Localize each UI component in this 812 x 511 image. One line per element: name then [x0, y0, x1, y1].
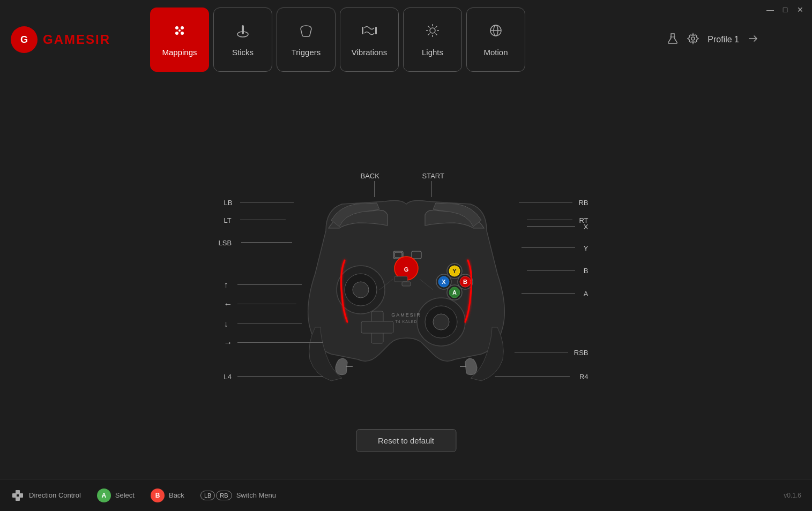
statusbar: Direction Control A Select B Back LB RB …	[0, 479, 812, 511]
lsb-label: LSB	[219, 239, 232, 247]
lb-status-badge: LB	[200, 491, 215, 500]
header-right: Profile 1	[667, 33, 801, 47]
tab-motion[interactable]: Motion	[466, 7, 525, 72]
svg-rect-60	[12, 493, 17, 498]
svg-rect-35	[412, 251, 421, 259]
svg-rect-61	[19, 493, 23, 498]
select-label: Select	[115, 491, 135, 499]
start-label: START	[422, 172, 444, 180]
main-content: G Y X B A	[0, 79, 812, 479]
tab-vibrations-label: Vibrations	[352, 48, 387, 57]
direction-control-label: Direction Control	[29, 491, 81, 499]
controller-diagram: G Y X B A	[256, 167, 556, 392]
svg-rect-56	[394, 276, 407, 282]
logo-icon: G	[11, 26, 38, 53]
back-status-label: Back	[169, 491, 184, 499]
svg-rect-32	[361, 321, 393, 333]
tab-mappings-label: Mappings	[162, 48, 197, 57]
version-label: v0.1.6	[784, 492, 801, 499]
status-select: A Select	[97, 489, 135, 502]
svg-text:B: B	[463, 279, 467, 285]
rb-status-badge: RB	[216, 491, 232, 500]
dpad-up-label: ↑	[224, 280, 228, 290]
tab-mappings[interactable]: Mappings	[150, 7, 209, 72]
maximize-button[interactable]: □	[780, 4, 791, 15]
rsb-label: RSB	[574, 349, 588, 357]
rb-label: RB	[578, 199, 588, 207]
lights-icon	[424, 22, 441, 42]
tab-lights[interactable]: Lights	[403, 7, 462, 72]
tab-lights-label: Lights	[422, 48, 443, 57]
svg-line-18	[436, 26, 437, 28]
lab-icon[interactable]	[667, 33, 679, 47]
svg-text:G: G	[20, 34, 28, 45]
svg-point-30	[433, 314, 449, 330]
svg-text:T4 KALED: T4 KALED	[395, 320, 417, 324]
svg-line-16	[428, 26, 430, 28]
sticks-icon	[235, 22, 251, 42]
settings-icon[interactable]	[687, 33, 699, 47]
svg-rect-10	[375, 27, 377, 34]
triggers-icon	[298, 22, 314, 42]
status-direction-control: Direction Control	[11, 489, 81, 502]
x-label: X	[584, 223, 588, 231]
svg-text:G: G	[404, 266, 408, 273]
svg-line-19	[428, 34, 430, 35]
motion-icon	[488, 22, 504, 42]
svg-point-11	[430, 28, 435, 33]
minimize-button[interactable]: —	[765, 4, 776, 15]
tab-motion-label: Motion	[483, 48, 508, 57]
profile-name: Profile 1	[707, 35, 739, 44]
tab-triggers[interactable]: Triggers	[277, 7, 336, 72]
svg-text:GAMESIR: GAMESIR	[391, 312, 421, 318]
svg-point-24	[691, 37, 695, 40]
svg-rect-57	[402, 282, 411, 286]
r4-label: R4	[579, 373, 588, 381]
svg-rect-9	[362, 27, 363, 34]
back-label: BACK	[361, 172, 379, 180]
close-button[interactable]: ✕	[795, 4, 806, 15]
dpad-left-label: ←	[224, 299, 233, 309]
svg-rect-8	[242, 25, 244, 34]
svg-point-5	[181, 32, 184, 35]
l4-label: L4	[224, 373, 232, 381]
tab-sticks-label: Sticks	[232, 48, 254, 57]
logo: G GAMESIR	[11, 26, 118, 53]
tab-vibrations[interactable]: Vibrations	[340, 7, 399, 72]
svg-text:Y: Y	[452, 268, 457, 274]
tab-sticks[interactable]: Sticks	[213, 7, 272, 72]
profile-switch-icon[interactable]	[748, 33, 758, 47]
svg-point-6	[178, 29, 181, 32]
a-badge: A	[97, 489, 111, 502]
vibrations-icon	[361, 22, 377, 42]
svg-line-17	[436, 34, 437, 35]
a-label: A	[584, 290, 588, 298]
lb-label: LB	[224, 199, 233, 207]
svg-text:A: A	[452, 289, 457, 296]
svg-point-4	[175, 32, 178, 35]
b-label: B	[584, 267, 588, 275]
lb-rb-badges: LB RB	[200, 491, 232, 500]
dpad-icon	[11, 489, 25, 502]
y-label: Y	[584, 244, 588, 252]
svg-point-27	[353, 282, 369, 298]
svg-text:X: X	[442, 279, 446, 285]
header: G GAMESIR Mappings	[0, 0, 812, 79]
svg-point-2	[175, 26, 178, 29]
svg-point-3	[181, 26, 184, 29]
dpad-down-label: ↓	[224, 319, 228, 329]
dpad-right-label: →	[224, 338, 233, 348]
b-badge: B	[151, 489, 165, 502]
switch-menu-label: Switch Menu	[236, 491, 276, 499]
status-back: B Back	[151, 489, 184, 502]
titlebar: — □ ✕	[758, 0, 812, 19]
reset-button[interactable]: Reset to default	[356, 429, 456, 452]
lt-label: LT	[224, 216, 232, 224]
status-switch-menu: LB RB Switch Menu	[200, 491, 276, 500]
mappings-icon	[172, 22, 188, 42]
logo-text: GAMESIR	[43, 32, 110, 47]
tab-triggers-label: Triggers	[292, 48, 321, 57]
nav-tabs: Mappings Sticks Triggers	[150, 7, 525, 72]
